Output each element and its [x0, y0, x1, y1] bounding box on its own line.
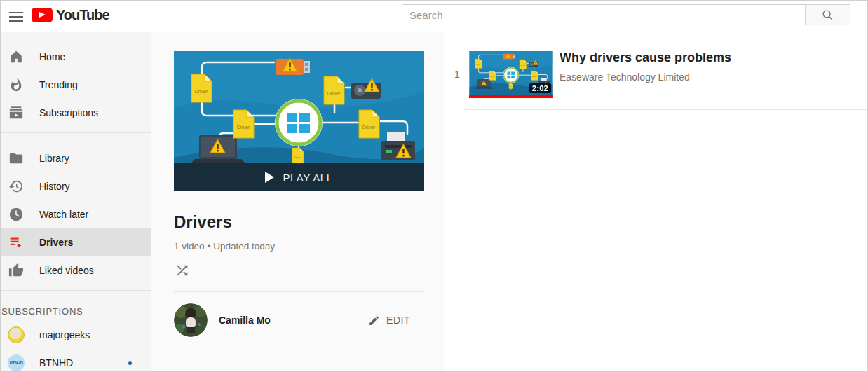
watch-progress-bar [469, 95, 553, 98]
sidebar-library-section: Library History Watch later [1, 139, 151, 284]
channel-name: BTNHD [39, 357, 73, 368]
owner-avatar[interactable] [174, 303, 208, 337]
edit-button[interactable]: EDIT [368, 315, 410, 326]
subscriptions-section-label: SUBSCRIPTIONS [1, 296, 151, 321]
sidebar-item-history[interactable]: History [1, 172, 151, 200]
youtube-window: YouTube Home T [0, 0, 868, 372]
sidebar-item-label: Library [39, 153, 69, 164]
video-row[interactable]: 1 2:02 Why drivers cause problems Easewa… [444, 32, 868, 109]
playlist-icon [8, 234, 25, 251]
video-list: 1 2:02 Why drivers cause problems Easewa… [444, 32, 868, 372]
youtube-play-icon [32, 8, 53, 22]
search-input[interactable] [402, 4, 806, 25]
sidebar-item-label: Home [39, 51, 65, 62]
hamburger-icon [9, 12, 23, 13]
play-all-label: PLAY ALL [283, 172, 332, 184]
sidebar-channel-majorgeeks[interactable]: majorgeeks [1, 321, 151, 349]
sidebar-item-label: Drivers [39, 237, 73, 248]
sidebar-item-drivers-playlist[interactable]: Drivers [1, 228, 151, 256]
sidebar-item-label: Watch later [39, 209, 88, 220]
youtube-logo[interactable]: YouTube [32, 7, 109, 23]
shuffle-icon [175, 263, 190, 278]
watch-later-icon [8, 206, 25, 223]
subscriptions-icon [8, 104, 25, 121]
playlist-thumbnail[interactable]: PLAY ALL [174, 51, 424, 191]
sidebar-item-label: History [39, 181, 70, 192]
sidebar-item-home[interactable]: Home [1, 43, 151, 71]
thumbs-up-icon [8, 262, 25, 279]
sidebar-item-liked-videos[interactable]: Liked videos [1, 256, 151, 284]
video-index: 1 [444, 69, 470, 80]
search-button[interactable] [805, 4, 850, 25]
sidebar-item-library[interactable]: Library [1, 144, 151, 172]
trending-icon [8, 76, 25, 93]
search-bar [402, 4, 850, 25]
video-count: 1 video [174, 241, 205, 252]
pencil-icon [368, 315, 380, 326]
channel-name: majorgeeks [39, 329, 90, 340]
sidebar-divider [1, 290, 151, 291]
top-bar: YouTube [1, 1, 867, 32]
video-title[interactable]: Why drivers cause problems [560, 50, 731, 65]
youtube-logo-text: YouTube [56, 7, 109, 23]
sidebar-item-subscriptions[interactable]: Subscriptions [1, 99, 151, 127]
playlist-meta: 1 video•Updated today [174, 241, 275, 252]
sidebar-item-label: Liked videos [39, 265, 94, 276]
play-all-button[interactable]: PLAY ALL [174, 163, 424, 191]
guide-menu-button[interactable] [6, 8, 26, 26]
sidebar-channel-btnhd[interactable]: BTNHD BTNHD [1, 349, 151, 372]
sidebar-item-watch-later[interactable]: Watch later [1, 200, 151, 228]
play-icon [265, 172, 274, 183]
edit-label: EDIT [386, 315, 410, 326]
history-icon [8, 178, 25, 195]
sidebar-main-section: Home Trending Subscriptions [1, 32, 151, 127]
playlist-owner-row: Camilla Mo EDIT [174, 303, 424, 337]
new-content-dot [128, 361, 132, 365]
video-row-divider [465, 109, 868, 110]
playlist-panel: PLAY ALL Drivers 1 video•Updated today [151, 32, 444, 372]
duration-badge: 2:02 [529, 83, 551, 93]
library-icon [8, 150, 25, 167]
shuffle-button[interactable] [172, 261, 192, 280]
sidebar: Home Trending Subscriptions [1, 32, 151, 372]
video-thumbnail[interactable]: 2:02 [469, 51, 553, 98]
owner-name: Camilla Mo [219, 315, 271, 326]
channel-avatar: BTNHD [8, 354, 25, 371]
owner-avatar-image [174, 303, 208, 337]
sidebar-item-trending[interactable]: Trending [1, 71, 151, 99]
updated-date: Updated today [213, 241, 275, 252]
playlist-title: Drivers [174, 212, 232, 232]
channel-avatar [8, 326, 25, 343]
sidebar-item-label: Trending [39, 79, 78, 90]
sidebar-item-label: Subscriptions [39, 107, 98, 118]
search-icon [822, 9, 834, 21]
sidebar-divider [1, 132, 151, 133]
video-channel[interactable]: Easeware Technology Limited [560, 71, 690, 83]
panel-divider [174, 291, 424, 292]
meta-separator: • [208, 241, 211, 252]
home-icon [8, 48, 25, 65]
